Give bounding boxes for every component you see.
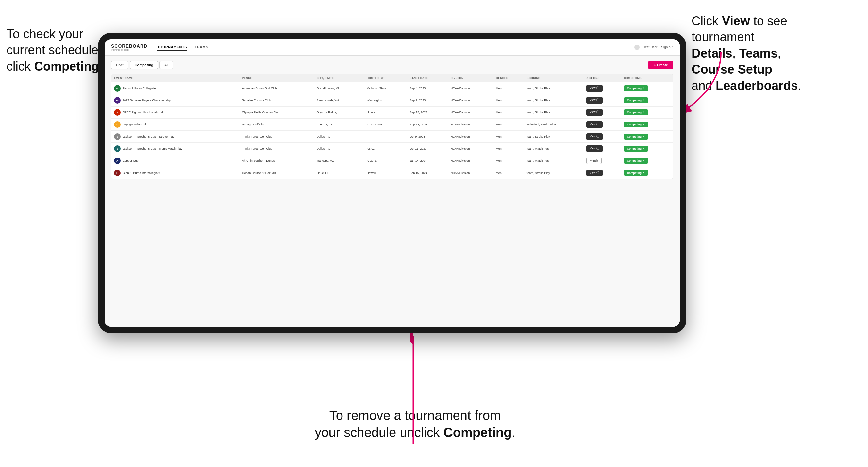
col-city-state: CITY, STATE (314, 74, 364, 82)
edit-button[interactable]: ✏ Edit (586, 157, 602, 164)
competing-cell: Competing ✓ (621, 119, 673, 131)
cell-city_state: Phoenix, AZ (314, 119, 364, 131)
view-button[interactable]: View ⓘ (586, 109, 602, 116)
cell-gender: Men (493, 131, 524, 143)
view-button[interactable]: View ⓘ (586, 146, 602, 152)
cell-gender: Men (493, 119, 524, 131)
table-row: J Jackson T. Stephens Cup – Stroke Play … (112, 131, 673, 143)
competing-button[interactable]: Competing ✓ (624, 146, 648, 152)
team-logo: M (114, 85, 121, 92)
competing-cell: Competing ✓ (621, 94, 673, 106)
cell-scoring: team, Stroke Play (524, 94, 584, 106)
col-venue: VENUE (240, 74, 314, 82)
cell-scoring: team, Stroke Play (524, 82, 584, 94)
event-name: Jackson T. Stephens Cup – Stroke Play (123, 135, 174, 138)
cell-scoring: team, Stroke Play (524, 131, 584, 143)
col-hosted-by: HOSTED BY (364, 74, 407, 82)
cell-gender: Men (493, 82, 524, 94)
view-button[interactable]: View ⓘ (586, 169, 602, 176)
sign-out-link[interactable]: Sign out (661, 45, 673, 49)
user-name: Test User (644, 45, 657, 49)
cell-hosted_by: Michigan State (364, 82, 407, 94)
create-button[interactable]: + Create (648, 61, 673, 69)
cell-start_date: Oct 9, 2023 (407, 131, 448, 143)
competing-button[interactable]: Competing ✓ (624, 122, 648, 127)
team-logo: H (114, 169, 121, 176)
team-logo: W (114, 97, 121, 103)
nav-links: TOURNAMENTS TEAMS (157, 44, 634, 51)
cell-start_date: Sep 9, 2023 (407, 94, 448, 106)
team-logo: A (114, 157, 121, 164)
nav-bar: SCOREBOARD Powered by clippi TOURNAMENTS… (104, 39, 680, 56)
cell-venue: Trinity Forest Golf Club (240, 143, 314, 155)
cell-scoring: team, Match Play (524, 143, 584, 155)
cell-division: NCAA Division I (448, 119, 494, 131)
cell-venue: Papago Golf Club (240, 119, 314, 131)
col-division: DIVISION (448, 74, 494, 82)
cell-scoring: team, Match Play (524, 155, 584, 167)
col-start-date: START DATE (407, 74, 448, 82)
cell-gender: Men (493, 143, 524, 155)
tab-competing[interactable]: Competing (130, 61, 158, 69)
cell-venue: Sahalee Country Club (240, 94, 314, 106)
competing-button[interactable]: Competing ✓ (624, 97, 648, 103)
cell-division: NCAA Division I (448, 143, 494, 155)
event-name: Jackson T. Stephens Cup – Men's Match Pl… (123, 147, 182, 150)
competing-button[interactable]: Competing ✓ (624, 110, 648, 115)
cell-hosted_by: ABAC (364, 143, 407, 155)
cell-hosted_by: Arizona State (364, 119, 407, 131)
cell-start_date: Sep 15, 2023 (407, 106, 448, 119)
cell-venue: Ocean Course At Hokuala (240, 167, 314, 179)
team-logo: J (114, 133, 121, 140)
nav-teams[interactable]: TEAMS (195, 44, 208, 51)
cell-division: NCAA Division I (448, 82, 494, 94)
nav-tournaments[interactable]: TOURNAMENTS (157, 44, 187, 51)
cell-hosted_by: Arizona (364, 155, 407, 167)
table-row: J Jackson T. Stephens Cup – Men's Match … (112, 143, 673, 155)
competing-button[interactable]: Competing ✓ (624, 170, 648, 176)
cell-city_state: Olympia Fields, IL (314, 106, 364, 119)
competing-cell: Competing ✓ (621, 143, 673, 155)
nav-right: Test User Sign out (634, 45, 673, 50)
tab-all[interactable]: All (159, 61, 173, 69)
cell-scoring: team, Stroke Play (524, 167, 584, 179)
event-name: Copper Cup (123, 159, 138, 162)
competing-button[interactable]: Competing ✓ (624, 134, 648, 139)
competing-cell: Competing ✓ (621, 82, 673, 94)
tablet-screen: SCOREBOARD Powered by clippi TOURNAMENTS… (104, 39, 680, 327)
team-logo: J (114, 146, 121, 152)
cell-venue: Ak-Chin Southern Dunes (240, 155, 314, 167)
user-icon (634, 45, 640, 50)
cell-start_date: Sep 4, 2023 (407, 82, 448, 94)
table-row: H John A. Burns Intercollegiate Ocean Co… (112, 167, 673, 179)
tablet-frame: SCOREBOARD Powered by clippi TOURNAMENTS… (98, 33, 686, 333)
table-row: W 2023 Sahalee Players Championship Saha… (112, 94, 673, 106)
tab-host[interactable]: Host (111, 61, 128, 69)
event-name: OFCC Fighting Illini Invitational (123, 111, 163, 114)
cell-division: NCAA Division I (448, 131, 494, 143)
competing-cell: Competing ✓ (621, 167, 673, 179)
actions-cell: ✏ Edit (584, 155, 621, 167)
team-logo: I (114, 109, 121, 116)
cell-scoring: individual, Stroke Play (524, 119, 584, 131)
view-button[interactable]: View ⓘ (586, 85, 602, 92)
cell-city_state: Sammamish, WA (314, 94, 364, 106)
view-button[interactable]: View ⓘ (586, 133, 602, 140)
event-name: Folds of Honor Collegiate (123, 87, 156, 90)
cell-scoring: team, Stroke Play (524, 106, 584, 119)
cell-gender: Men (493, 155, 524, 167)
actions-cell: View ⓘ (584, 143, 621, 155)
competing-button[interactable]: Competing ✓ (624, 158, 648, 164)
main-content: Host Competing All + Create EVENT NAME V… (104, 56, 680, 327)
competing-cell: Competing ✓ (621, 106, 673, 119)
event-name: Papago Individual (123, 123, 146, 126)
event-name-cell: W 2023 Sahalee Players Championship (112, 94, 240, 106)
cell-city_state: Dallas, TX (314, 131, 364, 143)
view-button[interactable]: View ⓘ (586, 97, 602, 103)
cell-venue: Olympia Fields Country Club (240, 106, 314, 119)
event-name: 2023 Sahalee Players Championship (123, 99, 171, 102)
cell-division: NCAA Division I (448, 94, 494, 106)
competing-button[interactable]: Competing ✓ (624, 85, 648, 91)
actions-cell: View ⓘ (584, 106, 621, 119)
view-button[interactable]: View ⓘ (586, 121, 602, 128)
